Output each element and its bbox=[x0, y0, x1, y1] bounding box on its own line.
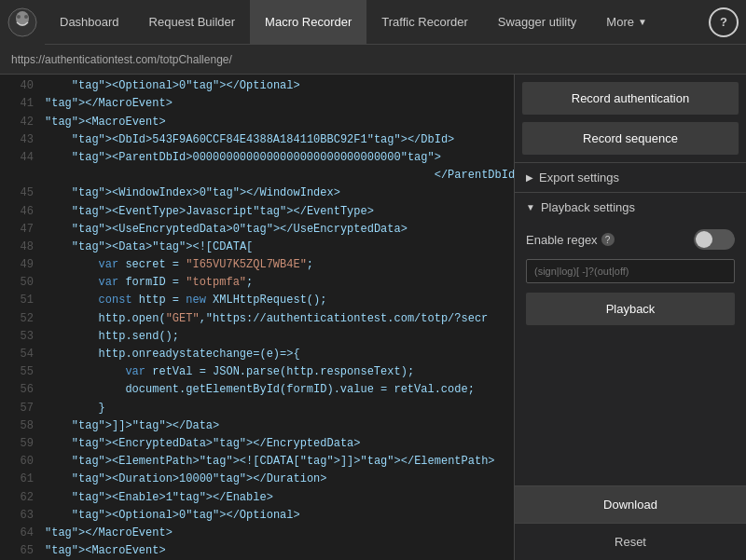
nav-traffic-recorder[interactable]: Traffic Recorder bbox=[366, 0, 482, 45]
enable-regex-label: Enable regex ? bbox=[526, 233, 615, 247]
line-number: 63 bbox=[7, 507, 34, 525]
line-number: 42 bbox=[7, 114, 34, 131]
line-number: 48 bbox=[7, 239, 34, 256]
line-number: 51 bbox=[7, 292, 34, 309]
enable-regex-toggle[interactable] bbox=[694, 229, 735, 250]
code-line: 53 http.send(); bbox=[0, 328, 514, 346]
line-number: 59 bbox=[7, 435, 34, 453]
code-line: 45 "tag"><WindowIndex>0"tag"></WindowInd… bbox=[0, 184, 514, 202]
line-content: "tag"></MacroEvent> bbox=[45, 525, 173, 542]
line-content: var formID = "totpmfa"; bbox=[45, 274, 253, 292]
line-content: http.send(); bbox=[45, 328, 179, 346]
app-logo bbox=[0, 0, 45, 45]
svg-point-2 bbox=[17, 15, 21, 19]
main-content: 39 "tag"><Enable>1"tag"></Enable>40 "tag… bbox=[0, 75, 746, 560]
url-text: https://authenticationtest.com/totpChall… bbox=[11, 53, 232, 66]
code-line: 61 "tag"><Duration>10000"tag"></Duration… bbox=[0, 471, 514, 488]
line-number: 58 bbox=[7, 417, 34, 435]
line-number: 60 bbox=[7, 453, 34, 471]
export-settings-label: Export settings bbox=[539, 171, 619, 184]
line-content: const http = new XMLHttpRequest(); bbox=[45, 292, 326, 309]
line-content: "tag"><EventType> bbox=[45, 203, 186, 221]
line-content: "tag"><UseEncryptedData> bbox=[45, 221, 233, 239]
line-number: 61 bbox=[7, 471, 34, 488]
nav-macro-recorder[interactable]: Macro Recorder bbox=[250, 0, 366, 45]
line-content: "tag">]]> bbox=[45, 417, 132, 435]
code-line: 51 const http = new XMLHttpRequest(); bbox=[0, 292, 514, 309]
line-content: "tag"><Data> bbox=[45, 239, 152, 256]
code-line: 57 } bbox=[0, 400, 514, 417]
nav-more[interactable]: More ▼ bbox=[591, 0, 662, 45]
nav-swagger-utility[interactable]: Swagger utility bbox=[483, 0, 592, 45]
playback-button[interactable]: Playback bbox=[526, 293, 735, 325]
regex-input[interactable] bbox=[526, 259, 735, 283]
chevron-down-icon: ▼ bbox=[638, 17, 647, 27]
code-line: 50 var formID = "totpmfa"; bbox=[0, 274, 514, 292]
code-line: 44 "tag"><ParentDbId>0000000000000000000… bbox=[0, 149, 514, 184]
nav-request-builder[interactable]: Request Builder bbox=[134, 0, 251, 45]
code-line: 59 "tag"><EncryptedData>"tag"></Encrypte… bbox=[0, 435, 514, 453]
record-auth-button[interactable]: Record authentication bbox=[522, 82, 739, 115]
bottom-buttons: Download Reset bbox=[515, 485, 746, 560]
line-content: document.getElementById(formID).value = … bbox=[45, 381, 475, 399]
line-content: http.onreadystatechange=(e)=>{ bbox=[45, 346, 300, 363]
svg-point-3 bbox=[24, 15, 28, 19]
line-number: 62 bbox=[7, 489, 34, 507]
help-icon[interactable]: ? bbox=[709, 7, 739, 37]
playback-settings-header[interactable]: ▼ Playback settings bbox=[515, 193, 746, 222]
enable-regex-row: Enable regex ? bbox=[526, 229, 735, 250]
code-line: 52 http.open("GET","https://authenticati… bbox=[0, 310, 514, 328]
line-number: 41 bbox=[7, 95, 34, 113]
line-number: 55 bbox=[7, 363, 34, 381]
line-content: "tag"><ElementPath> bbox=[45, 453, 200, 471]
line-content: http.open("GET","https://authenticationt… bbox=[45, 310, 488, 328]
line-number: 52 bbox=[7, 310, 34, 328]
top-nav: Dashboard Request Builder Macro Recorder… bbox=[0, 0, 746, 45]
code-line: 49 var secret = "I65VU7K5ZQL7WB4E"; bbox=[0, 256, 514, 274]
line-number: 54 bbox=[7, 346, 34, 363]
right-panel: Record authentication Record sequence ▶ … bbox=[515, 75, 746, 560]
code-line: 65"tag"><MacroEvent> bbox=[0, 542, 514, 560]
line-content: "tag"><ParentDbId> bbox=[45, 149, 192, 184]
line-number: 49 bbox=[7, 256, 34, 274]
line-content: "tag"><MacroEvent> bbox=[45, 542, 166, 560]
playback-settings-section: ▼ Playback settings Enable regex ? Playb… bbox=[515, 192, 746, 333]
line-number: 44 bbox=[7, 149, 34, 184]
code-line: 64"tag"></MacroEvent> bbox=[0, 525, 514, 542]
line-content: "tag"><MacroEvent> bbox=[45, 114, 166, 131]
line-number: 43 bbox=[7, 131, 34, 149]
line-content: "tag"><WindowIndex> bbox=[45, 184, 200, 202]
code-line: 47 "tag"><UseEncryptedData>0"tag"></UseE… bbox=[0, 221, 514, 239]
code-line: 43 "tag"><DbId>543F9A60CCF84E4388A184110… bbox=[0, 131, 514, 149]
code-line: 40 "tag"><Optional>0"tag"></Optional> bbox=[0, 77, 514, 95]
line-number: 64 bbox=[7, 525, 34, 542]
line-number: 56 bbox=[7, 381, 34, 399]
reset-button[interactable]: Reset bbox=[515, 523, 746, 560]
line-content: } bbox=[45, 400, 105, 417]
code-line: 63 "tag"><Optional>0"tag"></Optional> bbox=[0, 507, 514, 525]
code-line: 62 "tag"><Enable>1"tag"></Enable> bbox=[0, 489, 514, 507]
line-content: "tag"><Optional> bbox=[45, 507, 179, 525]
line-content: "tag"><Optional> bbox=[45, 77, 179, 95]
download-button[interactable]: Download bbox=[515, 486, 746, 523]
line-content: "tag"><DbId> bbox=[45, 131, 152, 149]
line-content: "tag"><Duration> bbox=[45, 471, 179, 488]
playback-settings-body: Enable regex ? Playback bbox=[515, 222, 746, 333]
help-tooltip-icon[interactable]: ? bbox=[601, 233, 615, 246]
nav-dashboard[interactable]: Dashboard bbox=[45, 0, 134, 45]
collapse-icon: ▼ bbox=[526, 202, 535, 212]
export-settings-header[interactable]: ▶ Export settings bbox=[515, 163, 746, 192]
line-content: "tag"><EncryptedData> bbox=[45, 435, 213, 453]
code-line: 46 "tag"><EventType>Javascript"tag"></Ev… bbox=[0, 203, 514, 221]
code-line: 58 "tag">]]>"tag"></Data> bbox=[0, 417, 514, 435]
line-number: 50 bbox=[7, 274, 34, 292]
line-number: 65 bbox=[7, 542, 34, 560]
code-line: 41"tag"></MacroEvent> bbox=[0, 95, 514, 113]
code-panel[interactable]: 39 "tag"><Enable>1"tag"></Enable>40 "tag… bbox=[0, 75, 515, 560]
line-number: 40 bbox=[7, 77, 34, 95]
code-line: 56 document.getElementById(formID).value… bbox=[0, 381, 514, 399]
playback-settings-label: Playback settings bbox=[541, 200, 635, 214]
code-line: 54 http.onreadystatechange=(e)=>{ bbox=[0, 346, 514, 363]
expand-icon: ▶ bbox=[526, 172, 533, 183]
record-sequence-button[interactable]: Record sequence bbox=[522, 122, 739, 155]
